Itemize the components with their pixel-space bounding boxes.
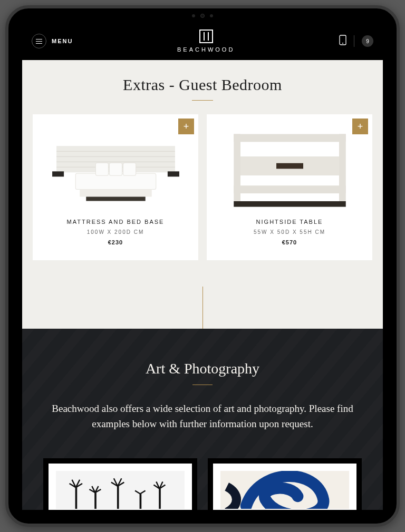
svg-rect-7 <box>52 171 64 176</box>
art-grid <box>38 458 367 510</box>
tablet-camera-cluster <box>192 14 213 18</box>
section-divider-line <box>202 287 203 329</box>
add-button[interactable]: + <box>178 119 194 134</box>
svg-rect-22 <box>75 487 78 509</box>
extras-section: Extras - Guest Bedroom + <box>22 60 383 292</box>
svg-rect-15 <box>234 134 346 142</box>
product-grid: + <box>33 114 372 260</box>
logo-icon <box>199 29 213 43</box>
svg-rect-12 <box>95 163 108 175</box>
header-divider <box>354 35 354 47</box>
site-header: MENU BEACHWOOD 9 <box>22 22 383 60</box>
tablet-frame: MENU BEACHWOOD 9 Extras - Guest Bedroom <box>5 5 400 527</box>
product-price: €570 <box>213 239 366 245</box>
product-dimensions: 55W X 50D X 55H CM <box>213 229 366 235</box>
svg-rect-26 <box>159 489 161 509</box>
add-button[interactable]: + <box>352 119 368 134</box>
svg-rect-8 <box>167 171 179 176</box>
svg-point-1 <box>342 43 343 44</box>
svg-rect-14 <box>123 163 136 175</box>
svg-rect-23 <box>94 492 97 509</box>
svg-rect-24 <box>117 486 119 509</box>
menu-label: MENU <box>52 38 73 44</box>
product-card[interactable]: + NIGHTSIDE T <box>207 114 372 260</box>
header-actions: 9 <box>339 35 373 47</box>
art-image <box>220 471 349 509</box>
screen: MENU BEACHWOOD 9 Extras - Guest Bedroom <box>22 22 383 510</box>
svg-rect-11 <box>86 196 145 201</box>
svg-rect-21 <box>234 201 346 207</box>
device-icon[interactable] <box>339 35 346 47</box>
cart-count: 9 <box>366 38 369 44</box>
svg-rect-25 <box>140 494 142 509</box>
hamburger-icon <box>32 34 46 48</box>
title-underline <box>192 100 213 101</box>
svg-rect-18 <box>234 185 346 193</box>
page-content[interactable]: Extras - Guest Bedroom + <box>22 60 383 510</box>
art-section: Art & Photography Beachwood also offers … <box>22 329 383 510</box>
svg-rect-13 <box>109 163 122 175</box>
svg-rect-20 <box>276 163 303 169</box>
title-underline <box>192 385 213 385</box>
art-image <box>56 471 185 509</box>
art-description: Beachwood also offers a wide selection o… <box>39 401 366 432</box>
menu-button[interactable]: MENU <box>32 34 73 48</box>
product-dimensions: 100W X 200D CM <box>39 229 192 235</box>
svg-rect-10 <box>80 189 152 196</box>
product-name: MATTRESS AND BED BASE <box>39 219 192 225</box>
art-item[interactable] <box>208 458 362 510</box>
art-item[interactable] <box>43 458 197 510</box>
product-image <box>213 121 366 210</box>
extras-title: Extras - Guest Bedroom <box>33 76 372 94</box>
cart-badge[interactable]: 9 <box>362 35 373 47</box>
brand-name: BEACHWOOD <box>177 46 235 53</box>
art-title: Art & Photography <box>38 360 367 377</box>
product-name: NIGHTSIDE TABLE <box>213 219 366 225</box>
product-image <box>39 121 192 210</box>
brand-logo-block[interactable]: BEACHWOOD <box>177 29 235 53</box>
product-card[interactable]: + <box>33 114 198 260</box>
product-price: €230 <box>39 239 192 245</box>
